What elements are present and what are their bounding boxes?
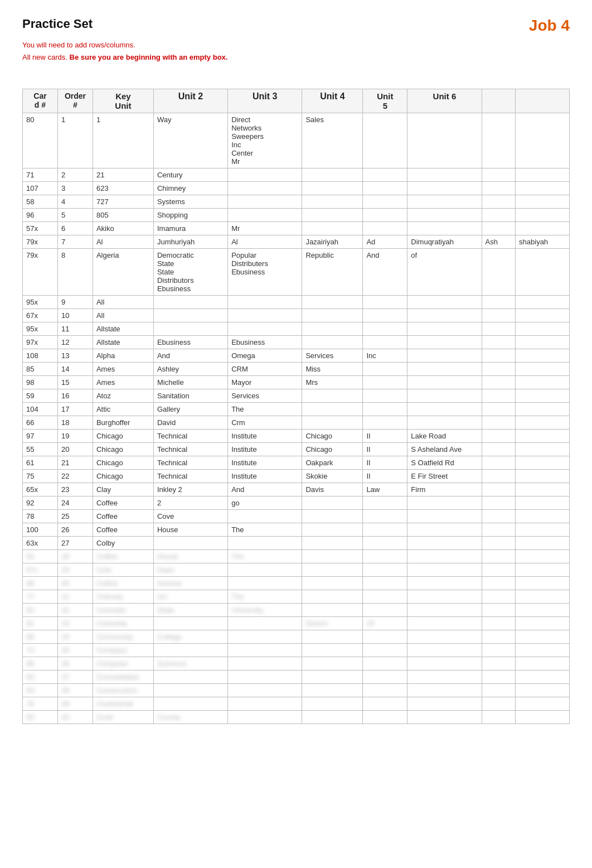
cell-blurred	[482, 684, 516, 697]
cell-card: 95x	[23, 296, 58, 309]
cell-unit4	[302, 322, 363, 336]
cell-extra2	[516, 403, 570, 416]
cell-unit3: And	[228, 483, 302, 496]
cell-blurred: 72	[23, 644, 58, 657]
cell-blurred: 86	[23, 657, 58, 671]
cell-key: Chicago	[93, 443, 153, 456]
cell-extra1	[482, 209, 516, 222]
table-row-blurred: 9040CookCounty	[23, 711, 570, 724]
cell-extra2	[516, 496, 570, 510]
cell-blurred	[363, 711, 407, 724]
cell-extra1	[482, 510, 516, 523]
col-header-unit2: Unit 2	[153, 89, 227, 113]
cell-unit2	[153, 296, 227, 309]
cell-blurred	[407, 550, 482, 563]
cell-unit6: S Oatfield Rd	[407, 456, 482, 470]
cell-unit6	[407, 537, 482, 550]
cell-blurred: 36	[57, 657, 93, 671]
cell-unit4: Services	[302, 349, 363, 363]
cell-order: 4	[57, 195, 93, 209]
cell-unit3	[228, 537, 302, 550]
cell-unit2: Century	[153, 168, 227, 182]
cell-unit2: Shopping	[153, 209, 227, 222]
cell-blurred: District	[302, 617, 363, 630]
cell-blurred: 32	[57, 604, 93, 617]
instruction-line2-bold: Be sure you are beginning with an empty …	[70, 53, 228, 61]
cell-card: 58	[23, 195, 58, 209]
cell-unit2	[153, 322, 227, 336]
table-row: 95x9All	[23, 296, 570, 309]
cell-extra2	[516, 389, 570, 403]
cell-blurred	[363, 697, 407, 711]
cell-order: 15	[57, 376, 93, 389]
cell-unit3: The	[228, 403, 302, 416]
cell-unit6	[407, 416, 482, 430]
cell-card: 98	[23, 376, 58, 389]
cell-unit4	[302, 537, 363, 550]
table-row: 10417AtticGalleryThe	[23, 403, 570, 416]
table-row-blurred: 8934CommunityCollege	[23, 630, 570, 644]
cell-card: 78	[23, 510, 58, 523]
cell-blurred	[407, 563, 482, 577]
cell-card: 65x	[23, 483, 58, 496]
cell-blurred: Avenue	[153, 577, 227, 590]
cell-blurred	[363, 657, 407, 671]
cell-unit4: Chicago	[302, 443, 363, 456]
cell-blurred: 67x	[23, 563, 58, 577]
cell-unit5: Law	[363, 483, 407, 496]
cell-unit2: Ebusiness	[153, 336, 227, 349]
cell-blurred	[516, 684, 570, 697]
cell-unit2: Systems	[153, 195, 227, 209]
cell-key: Coffee	[93, 496, 153, 510]
cell-unit5	[363, 336, 407, 349]
table-row-blurred: 9133ColumbiaDistrictOf	[23, 617, 570, 630]
cell-card: 108	[23, 349, 58, 363]
cell-extra1	[482, 222, 516, 235]
cell-blurred	[516, 617, 570, 630]
cell-extra1	[482, 349, 516, 363]
cell-unit3	[228, 296, 302, 309]
cell-key: Ames	[93, 376, 153, 389]
cell-blurred	[302, 684, 363, 697]
cell-unit6	[407, 510, 482, 523]
table-row: 95x11Allstate	[23, 322, 570, 336]
cell-blurred: 28	[57, 550, 93, 563]
cell-extra2	[516, 222, 570, 235]
cell-unit4	[302, 168, 363, 182]
cell-key: 21	[93, 168, 153, 182]
cell-blurred	[516, 590, 570, 604]
instruction-line2-normal: All new cards.	[22, 53, 70, 61]
instruction-line1: You will need to add rows/columns.	[22, 41, 135, 49]
cell-unit4	[302, 403, 363, 416]
col-header-unit5: Unit5	[363, 89, 407, 113]
cell-unit6	[407, 296, 482, 309]
cell-unit6	[407, 195, 482, 209]
cell-unit6	[407, 496, 482, 510]
cell-blurred: Computer	[93, 657, 153, 671]
table-row: 7522ChicagoTechnicalInstituteSkokieIIE F…	[23, 470, 570, 483]
cell-unit4	[302, 510, 363, 523]
cell-blurred	[363, 550, 407, 563]
cell-card: 107	[23, 182, 58, 195]
cell-blurred	[516, 644, 570, 657]
cell-blurred: 93	[23, 671, 58, 684]
cell-unit3: Mayor	[228, 376, 302, 389]
cell-blurred	[363, 563, 407, 577]
cell-blurred	[302, 671, 363, 684]
table-row: 8514AmesAshleyCRMMiss	[23, 363, 570, 376]
cell-extra1	[482, 416, 516, 430]
cell-unit3	[228, 510, 302, 523]
cell-order: 13	[57, 349, 93, 363]
cell-card: 95x	[23, 322, 58, 336]
cell-unit5: II	[363, 470, 407, 483]
cell-unit2: Cove	[153, 510, 227, 523]
cell-blurred	[302, 604, 363, 617]
cell-unit3: Institute	[228, 443, 302, 456]
cell-unit6	[407, 168, 482, 182]
col-header-extra2	[516, 89, 570, 113]
cell-blurred: 39	[57, 697, 93, 711]
cell-extra1	[482, 309, 516, 322]
cell-unit2: Jumhuriyah	[153, 235, 227, 249]
cell-blurred: Continental	[93, 697, 153, 711]
cell-card: 92	[23, 496, 58, 510]
